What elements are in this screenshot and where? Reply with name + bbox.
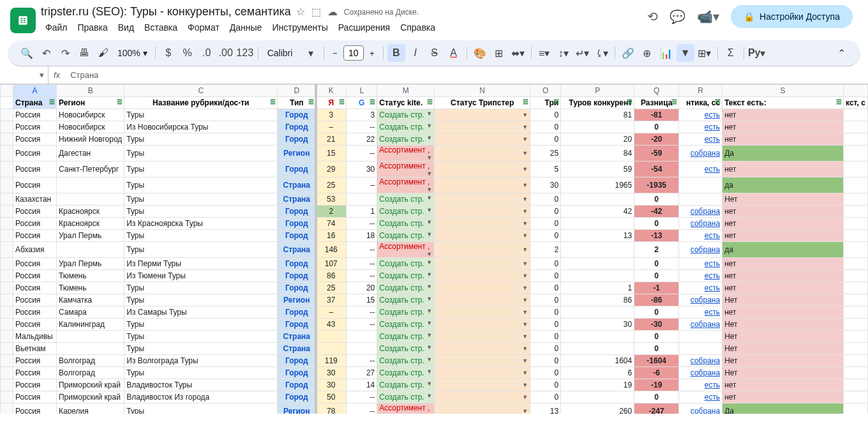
cell-extra[interactable]	[844, 270, 868, 282]
col-header-M[interactable]: M	[377, 85, 435, 97]
cell-g[interactable]: 18	[347, 230, 377, 242]
cell-country[interactable]: Россия	[13, 391, 56, 403]
cell-region[interactable]: Нижний Новгород	[56, 133, 124, 146]
cell-extra[interactable]	[844, 319, 868, 331]
cell-tours-comp[interactable]: 13	[561, 230, 634, 242]
cell-region[interactable]: Приморский край	[56, 391, 124, 403]
cell-status-tripster[interactable]: ▼	[435, 319, 530, 331]
more-formats-icon[interactable]: 123	[236, 44, 254, 62]
cell-tri[interactable]: 0	[530, 133, 561, 146]
cell-semantics[interactable]: есть	[679, 258, 722, 270]
hdr-kst[interactable]: кст, с	[844, 97, 868, 109]
search-menu-icon[interactable]: 🔍	[18, 44, 36, 62]
cell-g[interactable]: --	[347, 355, 377, 367]
cell-diff[interactable]: -42	[634, 206, 679, 218]
cell-country[interactable]: Россия	[13, 282, 56, 294]
cell-tours-comp[interactable]	[561, 121, 634, 133]
cell-text-exists[interactable]: нет	[722, 282, 844, 294]
cell-text-exists[interactable]: Да	[722, 146, 844, 162]
cell-semantics[interactable]: есть	[679, 391, 722, 403]
cell-country[interactable]: Россия	[13, 306, 56, 319]
cell-tri[interactable]: 0	[530, 270, 561, 282]
cell-status-tripster[interactable]: ▼	[435, 282, 530, 294]
cell-text-exists[interactable]: да	[722, 242, 844, 258]
cell-semantics[interactable]: есть	[679, 133, 722, 146]
cell-diff[interactable]: 2	[634, 242, 679, 258]
valign-icon[interactable]: ↕▾	[555, 44, 572, 62]
hdr-tri[interactable]: Три☰	[530, 97, 561, 109]
italic-icon[interactable]: I	[407, 44, 424, 62]
cell-extra[interactable]	[844, 258, 868, 270]
cell-tri[interactable]: 0	[530, 331, 561, 343]
zoom-select[interactable]: 100% ▾	[114, 48, 151, 58]
cell-country[interactable]: Россия	[13, 121, 56, 133]
cell-ya[interactable]: –	[316, 306, 347, 319]
cell-rubric[interactable]: Туры	[124, 109, 278, 121]
cell-extra[interactable]	[844, 206, 868, 218]
cell-region[interactable]: Красноярск	[56, 206, 124, 218]
cell-ya[interactable]: 3	[316, 109, 347, 121]
cell-extra[interactable]	[844, 109, 868, 121]
hdr-country[interactable]: Страна☰	[13, 97, 56, 109]
cell-text-exists[interactable]: Да	[722, 403, 844, 414]
cell-status-kite[interactable]: Создать стр.▼	[377, 343, 435, 355]
cell-status-kite[interactable]: Ассортимент ,▼	[377, 162, 435, 177]
cell-tri[interactable]: 0	[530, 282, 561, 294]
cell-text-exists[interactable]: Нет	[722, 367, 844, 379]
bold-icon[interactable]: B	[387, 44, 405, 62]
cell-tours-comp[interactable]: 59	[561, 162, 634, 177]
cell-region[interactable]: Самара	[56, 306, 124, 319]
cell-rubric[interactable]: Туры	[124, 162, 278, 177]
cell-status-tripster[interactable]: ▼	[435, 193, 530, 206]
cell-ya[interactable]	[316, 331, 347, 343]
cell-country[interactable]: Россия	[13, 206, 56, 218]
cell-diff[interactable]: -30	[634, 319, 679, 331]
cell-text-exists[interactable]: нет	[722, 109, 844, 121]
cell-extra[interactable]	[844, 133, 868, 146]
cell-status-tripster[interactable]: ▼	[435, 403, 530, 414]
cell-g[interactable]: --	[347, 306, 377, 319]
cell-rubric[interactable]: Из Красноярска Туры	[124, 218, 278, 230]
cell-status-tripster[interactable]: ▼	[435, 270, 530, 282]
cell-type[interactable]: Город	[278, 109, 316, 121]
cell-tours-comp[interactable]: 260	[561, 403, 634, 414]
cell-diff[interactable]: 0	[634, 306, 679, 319]
cell-extra[interactable]	[844, 391, 868, 403]
cell-type[interactable]: Страна	[278, 331, 316, 343]
cell-status-tripster[interactable]: ▼	[435, 109, 530, 121]
cell-ya[interactable]: 43	[316, 319, 347, 331]
cell-g[interactable]: --	[347, 218, 377, 230]
cell-status-tripster[interactable]: ▼	[435, 121, 530, 133]
data-row[interactable]: РоссияСанкт-ПетербургТурыГород2930Ассорт…	[1, 162, 868, 177]
cell-diff[interactable]: -86	[634, 294, 679, 306]
cell-semantics[interactable]: собрана	[679, 146, 722, 162]
cell-region[interactable]	[56, 177, 124, 193]
cell-status-kite[interactable]: Создать стр.▼	[377, 367, 435, 379]
cell-text-exists[interactable]: Нет	[722, 331, 844, 343]
cell-extra[interactable]	[844, 306, 868, 319]
cell-text-exists[interactable]: нет	[722, 391, 844, 403]
data-row[interactable]: РоссияВолгоградИз Волгограда ТурыГород11…	[1, 355, 868, 367]
cell-region[interactable]: Волгоград	[56, 367, 124, 379]
cell-tri[interactable]: 0	[530, 193, 561, 206]
data-row[interactable]: РоссияКрасноярскИз Красноярска ТурыГород…	[1, 218, 868, 230]
cell-rubric[interactable]: Туры	[124, 319, 278, 331]
cell-type[interactable]: Город	[278, 355, 316, 367]
col-header-B[interactable]: B	[56, 85, 124, 97]
language-icon[interactable]: Ру▾	[748, 44, 766, 62]
comment-icon[interactable]: ⊕	[638, 44, 656, 62]
data-row[interactable]: РоссияКрасноярскТурыГород21Создать стр.▼…	[1, 206, 868, 218]
cell-tri[interactable]: 0	[530, 367, 561, 379]
font-select[interactable]: Calibri	[262, 48, 301, 58]
cell-type[interactable]: Город	[278, 230, 316, 242]
cell-type[interactable]: Город	[278, 162, 316, 177]
data-row[interactable]: РоссияНижний НовгородТурыГород2122Создат…	[1, 133, 868, 146]
cell-region[interactable]: Волгоград	[56, 355, 124, 367]
cell-g[interactable]: 27	[347, 367, 377, 379]
cell-rubric[interactable]: Туры	[124, 206, 278, 218]
data-row[interactable]: РоссияПриморский крайВладивосток Из горо…	[1, 391, 868, 403]
formula-bar[interactable]	[65, 70, 868, 80]
cell-region[interactable]: Карелия	[56, 403, 124, 414]
cell-semantics[interactable]: собрана	[679, 319, 722, 331]
data-row[interactable]: РоссияПриморский крайВладивосток ТурыГор…	[1, 379, 868, 391]
